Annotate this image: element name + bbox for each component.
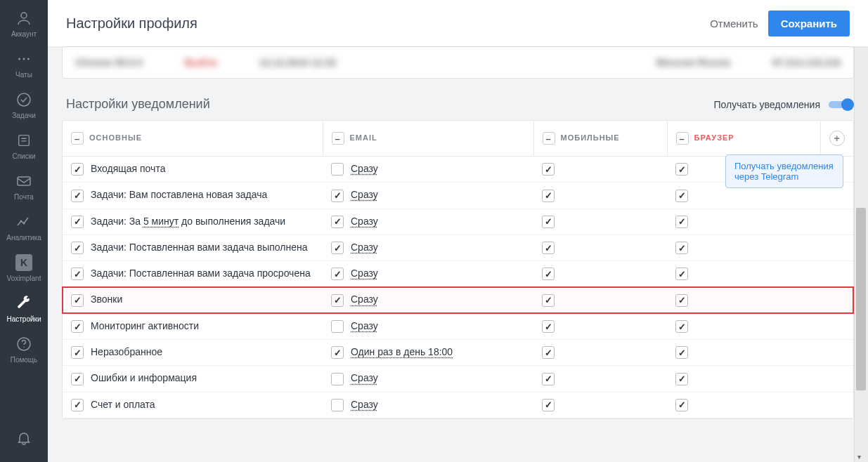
sidebar-item-account[interactable]: Аккаунт <box>0 3 48 44</box>
checkbox-email[interactable] <box>331 399 344 411</box>
sidebar-item-mail[interactable]: Почта <box>0 166 48 206</box>
checkbox-mobile[interactable] <box>542 346 555 359</box>
sidebar-item-settings[interactable]: Настройки <box>0 288 48 329</box>
checkbox-browser[interactable] <box>675 268 688 280</box>
sidebar-item-voximplant[interactable]: K Voximplant <box>0 247 48 288</box>
checkbox-email[interactable] <box>331 320 344 333</box>
notifications-table: Получать уведомления через Telegram –ОСН… <box>62 120 854 419</box>
receive-notifications-toggle[interactable]: Получать уведомления <box>713 99 850 110</box>
save-button[interactable]: Сохранить <box>768 11 850 37</box>
minus-icon: – <box>676 132 689 145</box>
checkbox-main[interactable] <box>71 242 84 254</box>
col-header-browser[interactable]: –БРАУЗЕР <box>667 121 821 157</box>
svg-point-4 <box>18 93 30 106</box>
session-logout: Выйти <box>185 57 217 68</box>
page-header: Настройки профиля Отменить Сохранить <box>48 0 868 46</box>
checkbox-email[interactable] <box>331 242 344 254</box>
col-header-email[interactable]: –EMAIL <box>323 121 533 157</box>
email-schedule-link[interactable]: Один раз в день 18:00 <box>351 346 453 357</box>
sidebar: Аккаунт Чаты Задачи Списки Почта Аналити… <box>0 0 48 462</box>
sidebar-item-tasks[interactable]: Задачи <box>0 84 48 125</box>
checkbox-main[interactable] <box>71 294 84 307</box>
checkbox-mobile[interactable] <box>542 373 555 385</box>
checkbox-mobile[interactable] <box>542 163 555 176</box>
main-area: Настройки профиля Отменить Сохранить Chr… <box>48 0 868 462</box>
session-browser: Chrome 99.0.0 <box>75 57 143 68</box>
cancel-button[interactable]: Отменить <box>710 18 758 29</box>
content-scroll[interactable]: Chrome 99.0.0 Выйти 12.12.2016 12:32 Mos… <box>48 46 868 462</box>
row-label: Неразобранное <box>91 346 162 357</box>
sidebar-item-chats[interactable]: Чаты <box>0 44 48 84</box>
help-icon <box>15 335 33 353</box>
email-schedule-link[interactable]: Сразу <box>351 320 378 331</box>
col-header-main[interactable]: –ОСНОВНЫЕ <box>63 121 323 157</box>
email-schedule-link[interactable]: Сразу <box>351 293 378 305</box>
sidebar-item-analytics[interactable]: Аналитика <box>0 206 48 247</box>
user-icon <box>15 9 33 27</box>
scroll-thumb[interactable] <box>856 208 866 390</box>
table-row: Счет и оплатаСразу <box>63 392 853 418</box>
sidebar-item-help[interactable]: Помощь <box>0 329 48 369</box>
add-column-button[interactable]: + <box>821 121 854 157</box>
checkbox-browser[interactable] <box>675 216 688 228</box>
svg-point-2 <box>23 58 25 60</box>
sidebar-item-notifications[interactable] <box>0 421 48 462</box>
row-label: Входящая почта <box>91 163 165 174</box>
checkbox-email[interactable] <box>331 268 344 280</box>
checkbox-browser[interactable] <box>675 373 688 385</box>
checkbox-browser[interactable] <box>675 399 688 411</box>
checkbox-mobile[interactable] <box>542 268 555 280</box>
checkbox-email[interactable] <box>331 163 344 176</box>
checkbox-browser[interactable] <box>675 320 688 333</box>
svg-point-10 <box>23 346 25 348</box>
email-schedule-link[interactable]: Сразу <box>351 268 378 279</box>
sessions-row: Chrome 99.0.0 Выйти 12.12.2016 12:32 Mos… <box>62 46 854 79</box>
checkbox-main[interactable] <box>71 346 84 359</box>
checkbox-email[interactable] <box>331 294 344 307</box>
checkbox-browser[interactable] <box>675 190 688 202</box>
scroll-down-arrow-icon: ▾ <box>857 453 861 461</box>
sidebar-item-lists[interactable]: Списки <box>0 125 48 166</box>
col-header-mobile[interactable]: –МОБИЛЬНЫЕ <box>533 121 667 157</box>
plus-icon: + <box>829 131 845 146</box>
minus-icon: – <box>332 132 344 145</box>
email-schedule-link[interactable]: Сразу <box>351 163 378 174</box>
row-label: Счет и оплата <box>91 399 155 410</box>
checkbox-mobile[interactable] <box>542 190 555 202</box>
checkbox-browser[interactable] <box>675 242 688 254</box>
email-schedule-link[interactable]: Сразу <box>351 242 378 253</box>
email-schedule-link[interactable]: Сразу <box>351 399 378 410</box>
checkbox-main[interactable] <box>71 163 84 176</box>
checkbox-browser[interactable] <box>675 163 688 176</box>
checkbox-main[interactable] <box>71 373 84 385</box>
checkbox-mobile[interactable] <box>542 320 555 333</box>
checkbox-mobile[interactable] <box>542 399 555 411</box>
row-label: Задачи: За 5 минут до выполнения задачи <box>91 216 285 227</box>
checkbox-main[interactable] <box>71 399 84 411</box>
checkbox-email[interactable] <box>331 216 344 228</box>
row-label: Ошибки и информация <box>91 372 197 383</box>
sidebar-label: Чаты <box>15 71 32 79</box>
list-icon <box>15 131 33 150</box>
checkbox-main[interactable] <box>71 216 84 228</box>
bell-icon <box>15 429 33 447</box>
timing-link[interactable]: 5 минут <box>143 216 179 227</box>
svg-point-1 <box>18 58 20 60</box>
checkbox-email[interactable] <box>331 373 344 385</box>
checkbox-main[interactable] <box>71 190 84 202</box>
checkbox-main[interactable] <box>71 320 84 333</box>
email-schedule-link[interactable]: Сразу <box>351 189 378 200</box>
checkbox-email[interactable] <box>331 346 344 359</box>
checkbox-browser[interactable] <box>675 294 688 307</box>
checkbox-email[interactable] <box>331 190 344 202</box>
checkbox-mobile[interactable] <box>542 216 555 228</box>
email-schedule-link[interactable]: Сразу <box>351 372 378 383</box>
window-scrollbar[interactable]: ▴ ▾ <box>854 0 868 462</box>
checkbox-mobile[interactable] <box>542 294 555 307</box>
sidebar-label: Почта <box>14 193 34 201</box>
sidebar-label: Voximplant <box>7 275 41 282</box>
checkbox-browser[interactable] <box>675 346 688 359</box>
email-schedule-link[interactable]: Сразу <box>351 216 378 227</box>
checkbox-mobile[interactable] <box>542 242 555 254</box>
checkbox-main[interactable] <box>71 268 84 280</box>
